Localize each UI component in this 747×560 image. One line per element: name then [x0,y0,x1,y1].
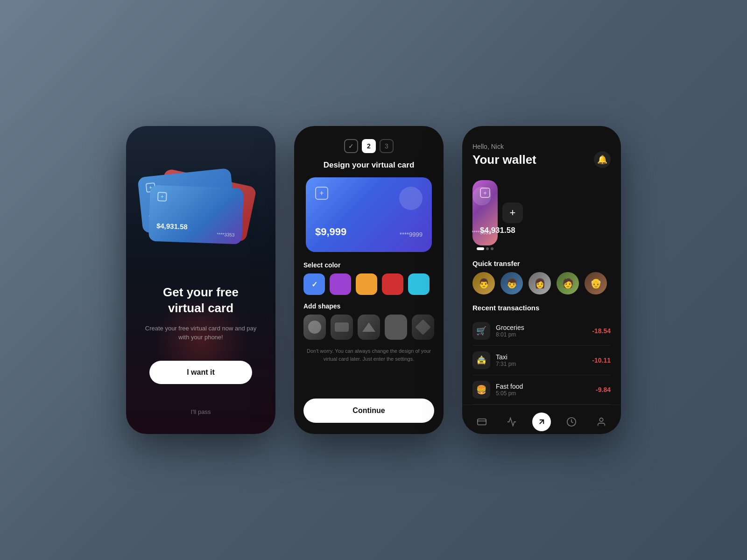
taxi-time: 7:31 pm [496,361,592,367]
quick-transfer-list: 👨 👦 👩 🧑 👴 [462,272,621,301]
phone-2: ✓ 2 3 Design your virtual card + $9,999 … [294,126,444,434]
bottom-nav [462,405,621,434]
shape-3[interactable] [358,315,380,340]
groceries-name: Groceries [496,324,592,331]
wallet-title: Your wallet [472,153,536,167]
transactions-list: 🛒 Groceries 8:01 pm -18.54 🚖 Taxi 7:31 p… [462,316,621,405]
dot-3 [491,247,493,250]
taxi-amount: -10.11 [592,357,611,364]
contact-2[interactable]: 👦 [500,272,523,294]
avatar-3: 👩 [529,272,551,294]
vc-amount: $9,999 [315,226,346,238]
vc-logo: + [315,187,328,200]
contact-3[interactable]: 👩 [529,272,551,294]
phone-3: Hello, Nick Your wallet 🔔 + $4,931.58 **… [462,126,621,434]
shape-1[interactable] [303,315,326,340]
shape-4[interactable] [385,315,407,340]
dot-2 [486,247,489,250]
wallet-card: + $4,931.58 ****3353 [472,180,498,245]
svg-point-4 [599,418,603,421]
hint-text: Don't worry. You can always change the d… [303,347,434,363]
fastfood-name: Fast food [496,383,596,390]
step-1-check: ✓ [344,139,358,153]
phone1-title: Get your free virtual card [163,285,239,316]
fastfood-amount: -9.84 [596,386,611,393]
fastfood-time: 5:05 pm [496,390,596,397]
bell-icon[interactable]: 🔔 [594,151,611,168]
contact-1[interactable]: 👨 [472,272,495,294]
nav-history[interactable] [562,413,581,431]
color-orange[interactable] [356,273,377,295]
color-cyan[interactable] [408,273,430,295]
quick-transfer-label: Quick transfer [462,257,621,272]
shape-5[interactable] [412,315,434,340]
nav-profile[interactable] [592,413,611,431]
add-card-button[interactable]: + [502,203,523,223]
shape-options [303,315,434,340]
taxi-name: Taxi [496,353,592,361]
cards-illustration: $4,931.58 ****3353 $4,931.58 ****3353 $4… [140,163,261,266]
dot-1 [477,247,484,250]
card-pagination-dots [472,247,498,250]
nav-cards[interactable] [472,413,491,431]
color-blue[interactable] [303,273,325,295]
svg-rect-0 [478,419,486,425]
contact-5[interactable]: 👴 [585,272,607,294]
transaction-groceries: 🛒 Groceries 8:01 pm -18.54 [472,316,611,346]
vc-number: ****9999 [400,231,423,238]
color-options [303,273,434,295]
avatar-1: 👨 [472,272,495,294]
nav-stats[interactable] [502,413,521,431]
ill-pass-button[interactable]: I'll pass [191,408,211,415]
avatar-2: 👦 [500,272,523,294]
contact-4[interactable]: 🧑 [557,272,579,294]
add-shapes-label: Add shapes [303,302,434,310]
nav-transfer[interactable] [532,413,551,431]
transaction-taxi: 🚖 Taxi 7:31 pm -10.11 [472,346,611,375]
step-2-active: 2 [362,139,376,153]
select-color-label: Select color [303,261,434,269]
wc-circle [472,187,491,205]
shape-2[interactable] [331,315,353,340]
phone1-subtitle: Create your free virtual card now and pa… [139,324,262,342]
vc-circle-decoration [399,187,423,210]
groceries-time: 8:01 pm [496,331,592,338]
avatar-4: 🧑 [557,272,579,294]
groceries-icon: 🛒 [472,322,490,340]
avatar-5: 👴 [585,272,607,294]
color-red[interactable] [382,273,403,295]
phone-1: $4,931.58 ****3353 $4,931.58 ****3353 $4… [126,126,275,434]
i-want-it-button[interactable]: I want it [149,361,252,384]
design-card-title: Design your virtual card [324,161,415,170]
fastfood-icon: 🍔 [472,381,490,399]
wc-number: ****3353 [472,230,491,235]
virtual-card-preview: + $9,999 ****9999 [306,177,432,252]
recent-transactions-label: Recent transactions [462,301,621,316]
step-3-next: 3 [380,139,394,153]
svg-line-2 [540,420,543,424]
wallet-header: Hello, Nick Your wallet 🔔 [462,126,621,174]
card-logo-front [157,192,167,202]
card-front: $4,931.58 ****3353 [148,185,244,245]
wallet-greeting: Hello, Nick [472,143,611,150]
taxi-icon: 🚖 [472,351,490,369]
groceries-amount: -18.54 [592,327,611,335]
continue-button[interactable]: Continue [303,399,434,423]
wallet-card-area: + $4,931.58 ****3353 + [462,174,621,257]
transaction-fastfood: 🍔 Fast food 5:05 pm -9.84 [472,375,611,405]
step-indicator: ✓ 2 3 [344,139,394,153]
color-purple[interactable] [330,273,351,295]
